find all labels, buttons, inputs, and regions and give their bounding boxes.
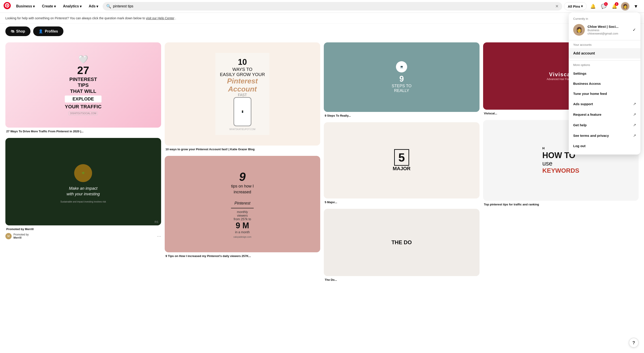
account-email: chloexwest@gmail.com: [588, 32, 630, 35]
currently-in-label: Currently in: [569, 16, 640, 22]
divider: [569, 40, 640, 40]
account-row[interactable]: 👩 Chloe West | Soci... Business chloexwe…: [569, 22, 640, 38]
settings-item[interactable]: Settings: [569, 68, 640, 79]
more-options-label: More options: [569, 62, 640, 68]
dropdown-overlay[interactable]: Currently in 👩 Chloe West | Soci... Busi…: [0, 0, 644, 287]
ads-support-item[interactable]: Ads support ↗: [569, 99, 640, 109]
logout-item[interactable]: Log out: [569, 141, 640, 151]
business-access-item[interactable]: Business Access: [569, 79, 640, 89]
external-link-icon: ↗: [633, 112, 636, 117]
add-account-label: Add account: [573, 51, 595, 55]
account-type: Business: [588, 29, 630, 32]
get-help-item[interactable]: Get help ↗: [569, 120, 640, 130]
dropdown-avatar: 👩: [573, 24, 585, 36]
account-info: Chloe West | Soci... Business chloexwest…: [588, 25, 630, 35]
your-accounts-label: Your accounts: [569, 42, 640, 48]
external-link-icon: ↗: [633, 102, 636, 106]
external-link-icon: ↗: [633, 123, 636, 127]
terms-privacy-item[interactable]: See terms and privacy ↗: [569, 130, 640, 141]
dropdown-menu: Currently in 👩 Chloe West | Soci... Busi…: [569, 13, 640, 155]
divider: [569, 60, 640, 61]
add-account-item[interactable]: Add account: [569, 48, 640, 59]
account-name: Chloe West | Soci...: [588, 25, 630, 29]
checkmark-icon: ✓: [632, 27, 636, 32]
tune-feed-item[interactable]: Tune your home feed: [569, 89, 640, 99]
external-link-icon: ↗: [633, 133, 636, 138]
request-feature-item[interactable]: Request a feature ↗: [569, 109, 640, 120]
